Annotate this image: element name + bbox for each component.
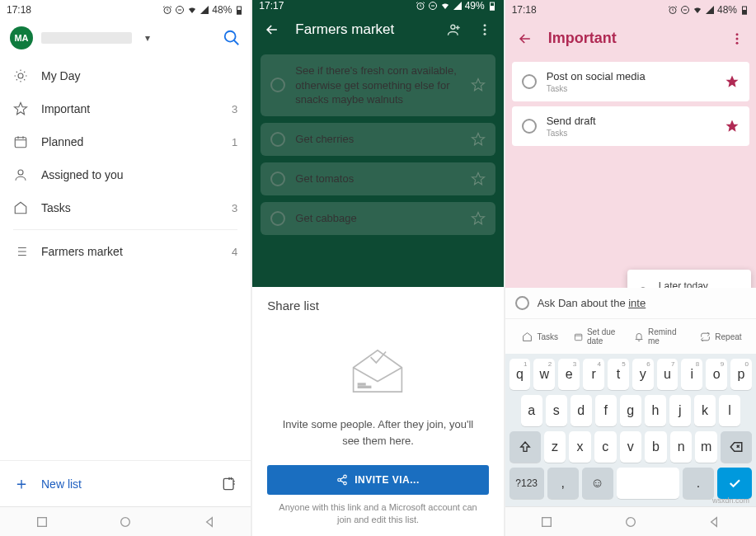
task-check-icon[interactable]	[270, 132, 285, 147]
nav-label: Farmers market	[41, 245, 218, 258]
recents-icon[interactable]	[35, 515, 49, 529]
key-i[interactable]: i8	[681, 359, 702, 390]
battery-icon	[740, 5, 749, 15]
key-j[interactable]: j	[669, 395, 691, 426]
key-v[interactable]: v	[620, 431, 642, 463]
task-row[interactable]: Send draft Tasks	[512, 106, 749, 146]
add-list-icon[interactable]	[221, 476, 237, 492]
dnd-icon	[428, 1, 438, 11]
keyboard: q1w2e3r4t5y6u7i8o9p0 asdfghjkl zxcvbnm ?…	[505, 354, 756, 506]
nav-my-day[interactable]: My Day	[0, 59, 251, 92]
key-u[interactable]: u7	[657, 359, 679, 390]
key-a[interactable]: a	[521, 395, 542, 426]
search-icon[interactable]	[223, 29, 241, 47]
wifi-icon	[693, 5, 702, 15]
new-task-input-row[interactable]: Ask Dan about the inte	[505, 288, 756, 319]
key-s[interactable]: s	[546, 395, 567, 426]
recents-icon[interactable]	[540, 515, 553, 529]
chevron-down-icon[interactable]: ▾	[145, 32, 150, 44]
svg-point-7	[18, 170, 23, 175]
star-icon[interactable]	[471, 211, 486, 226]
star-icon[interactable]	[471, 132, 486, 147]
key-l[interactable]: l	[719, 395, 740, 426]
avatar[interactable]: MA	[10, 26, 33, 49]
status-time: 17:18	[7, 4, 31, 16]
invite-button[interactable]: INVITE VIA...	[267, 465, 488, 495]
svg-rect-6	[15, 138, 26, 148]
action-remind[interactable]: Remind me	[632, 324, 689, 349]
key-p[interactable]: p0	[730, 359, 752, 390]
period-key[interactable]: .	[683, 468, 714, 499]
task-check-icon[interactable]	[522, 119, 537, 134]
bell-icon	[634, 331, 644, 342]
backspace-key[interactable]	[721, 431, 752, 463]
task-row[interactable]: Get cabbage	[261, 202, 495, 235]
key-c[interactable]: c	[594, 431, 617, 463]
task-check-icon[interactable]	[515, 296, 529, 310]
more-icon[interactable]	[477, 22, 492, 37]
key-f[interactable]: f	[595, 395, 617, 426]
new-task-text[interactable]: Ask Dan about the inte	[538, 297, 646, 309]
key-d[interactable]: d	[571, 395, 592, 426]
star-icon[interactable]	[471, 172, 486, 186]
nav-planned[interactable]: Planned 1	[0, 125, 251, 158]
back-nav-icon[interactable]	[203, 515, 216, 529]
task-check-icon[interactable]	[270, 172, 285, 186]
account-header[interactable]: MA ▾	[0, 20, 251, 56]
star-filled-icon[interactable]	[725, 74, 740, 89]
key-y[interactable]: y6	[632, 359, 654, 390]
back-icon[interactable]	[517, 31, 533, 47]
key-x[interactable]: x	[569, 431, 591, 463]
key-w[interactable]: w2	[533, 359, 555, 390]
nav-custom-list[interactable]: Farmers market 4	[0, 235, 251, 268]
key-g[interactable]: g	[620, 395, 641, 426]
key-n[interactable]: n	[670, 431, 693, 463]
space-key[interactable]	[617, 468, 679, 499]
share-person-icon[interactable]	[446, 21, 463, 38]
task-check-icon[interactable]	[270, 211, 285, 226]
nav-important[interactable]: Important 3	[0, 92, 251, 125]
task-row[interactable]: See if there's fresh corn available, oth…	[261, 54, 495, 116]
key-z[interactable]: z	[544, 431, 566, 463]
enter-key[interactable]	[717, 468, 752, 499]
key-r[interactable]: r4	[583, 359, 604, 390]
action-due-date[interactable]: Set due date	[572, 324, 629, 349]
battery-pct: 49%	[465, 0, 485, 12]
back-nav-icon[interactable]	[707, 515, 721, 529]
task-row[interactable]: Post on social media Tasks	[512, 62, 749, 101]
more-icon[interactable]	[730, 31, 744, 46]
emoji-key[interactable]: ☺	[582, 468, 613, 499]
nav-assigned[interactable]: Assigned to you	[0, 158, 251, 191]
comma-key[interactable]: ,	[547, 468, 579, 499]
task-check-icon[interactable]	[522, 74, 537, 89]
nav-count: 4	[232, 246, 237, 258]
key-e[interactable]: e3	[558, 359, 580, 390]
symbols-key[interactable]: ?123	[509, 468, 544, 499]
list-title: Farmers market	[295, 21, 430, 38]
star-icon[interactable]	[471, 78, 486, 92]
android-navbar	[0, 506, 251, 536]
home-nav-icon[interactable]	[624, 515, 637, 529]
list-header: Farmers market	[252, 12, 503, 48]
nav-tasks[interactable]: Tasks 3	[0, 191, 251, 224]
action-tasks[interactable]: Tasks	[512, 324, 569, 349]
action-repeat[interactable]: Repeat	[693, 324, 749, 349]
key-q[interactable]: q1	[509, 359, 531, 390]
key-b[interactable]: b	[645, 431, 667, 463]
task-row[interactable]: Get cherries	[261, 123, 495, 156]
key-h[interactable]: h	[645, 395, 666, 426]
back-icon[interactable]	[264, 21, 280, 38]
wifi-icon	[440, 1, 450, 11]
task-row[interactable]: Get tomatos	[261, 162, 495, 195]
key-t[interactable]: t5	[608, 359, 629, 390]
key-m[interactable]: m	[695, 431, 717, 463]
key-o[interactable]: o9	[706, 359, 727, 390]
status-bar: 17:18 48%	[505, 0, 756, 20]
home-nav-icon[interactable]	[119, 515, 132, 529]
kbd-row-3: zxcvbnm	[508, 431, 754, 463]
key-k[interactable]: k	[694, 395, 716, 426]
new-list-row[interactable]: ＋ New list	[0, 460, 251, 506]
shift-key[interactable]	[509, 431, 541, 463]
task-check-icon[interactable]	[270, 78, 285, 92]
star-filled-icon[interactable]	[725, 119, 740, 134]
